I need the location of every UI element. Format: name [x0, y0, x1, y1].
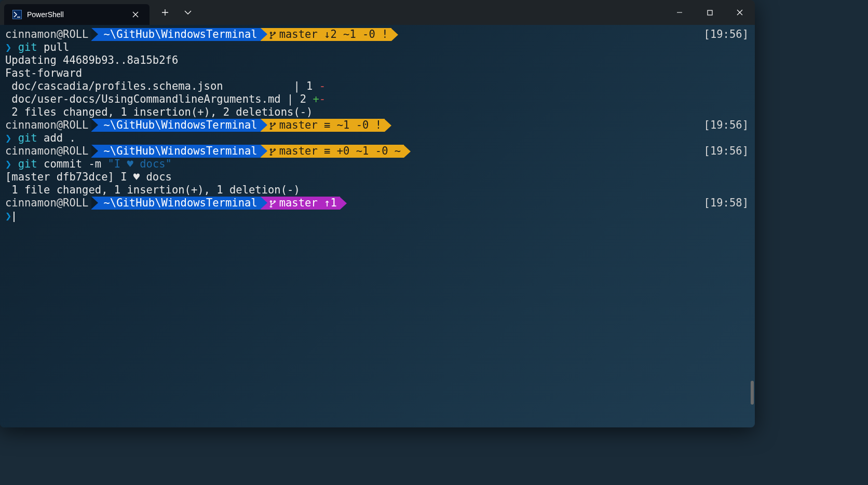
prompt-line: cinnamon@ROLL ~\GitHub\WindowsTerminal m… [5, 145, 750, 158]
powershell-icon [12, 10, 22, 19]
prompt-char: ❯ [5, 210, 11, 223]
cmd-git: git [18, 158, 37, 171]
prompt-line: cinnamon@ROLL ~\GitHub\WindowsTerminal m… [5, 119, 750, 132]
cmd-git: git [18, 132, 37, 145]
prompt-time: [19:56] [704, 28, 750, 41]
svg-rect-0 [708, 10, 712, 15]
git-branch-icon [269, 31, 276, 39]
maximize-button[interactable] [695, 0, 725, 25]
prompt-git-status: master ↑1 [267, 197, 340, 210]
git-branch-icon [269, 121, 276, 130]
output-line: 1 file changed, 1 insertion(+), 1 deleti… [5, 184, 750, 197]
cmd-args: commit -m [37, 158, 108, 171]
git-branch-icon [269, 199, 276, 207]
tab-actions [154, 0, 199, 25]
terminal-content[interactable]: cinnamon@ROLL ~\GitHub\WindowsTerminal m… [0, 25, 755, 427]
command-line: ❯ git pull [5, 41, 750, 54]
output-line: Updating 44689b93..8a15b2f6 [5, 54, 750, 67]
prompt-user: cinnamon@ROLL [5, 28, 91, 41]
tab-dropdown-button[interactable] [177, 0, 199, 25]
git-text: master ↑1 [279, 197, 337, 210]
prompt-char: ❯ [5, 132, 11, 145]
output-line: 2 files changed, 1 insertion(+), 2 delet… [5, 106, 750, 119]
prompt-time: [19:56] [704, 145, 750, 158]
cursor [13, 212, 15, 222]
prompt-git-status: master ≡ +0 ~1 -0 ~ [267, 145, 404, 158]
cmd-git: git [18, 41, 37, 54]
prompt-char: ❯ [5, 41, 11, 54]
prompt-git-status: master ≡ ~1 -0 ! [267, 119, 385, 132]
prompt-path: ~\GitHub\WindowsTerminal [98, 197, 260, 210]
scrollbar-thumb[interactable] [751, 381, 754, 405]
output-line: doc/user-docs/UsingCommandlineArguments.… [5, 93, 750, 106]
close-button[interactable] [725, 0, 755, 25]
git-text: master ≡ +0 ~1 -0 ~ [279, 145, 401, 158]
window-controls [664, 0, 755, 25]
prompt-git-status: master ↓2 ~1 -0 ! [267, 28, 391, 41]
prompt-user: cinnamon@ROLL [5, 119, 91, 132]
command-line: ❯ git add . [5, 132, 750, 145]
output-line: Fast-forward [5, 67, 750, 80]
command-line: ❯ [5, 210, 750, 223]
git-text: master ↓2 ~1 -0 ! [279, 28, 388, 41]
git-text: master ≡ ~1 -0 ! [279, 119, 382, 132]
prompt-line: cinnamon@ROLL ~\GitHub\WindowsTerminal m… [5, 28, 750, 41]
terminal-window: PowerShell ci [0, 0, 755, 427]
prompt-user: cinnamon@ROLL [5, 145, 91, 158]
new-tab-button[interactable] [154, 0, 177, 25]
output-line: doc/cascadia/profiles.schema.json | 1 - [5, 80, 750, 93]
prompt-time: [19:58] [704, 197, 750, 210]
git-branch-icon [269, 147, 276, 156]
cmd-args: add . [37, 132, 76, 145]
command-line: ❯ git commit -m "I ♥ docs" [5, 158, 750, 171]
prompt-user: cinnamon@ROLL [5, 197, 91, 210]
titlebar: PowerShell [0, 0, 755, 25]
tab-close-button[interactable] [130, 9, 141, 20]
prompt-path: ~\GitHub\WindowsTerminal [98, 28, 260, 41]
output-line: [master dfb73dce] I ♥ docs [5, 171, 750, 184]
prompt-path: ~\GitHub\WindowsTerminal [98, 145, 260, 158]
cmd-args: pull [37, 41, 70, 54]
tab-powershell[interactable]: PowerShell [4, 4, 150, 25]
prompt-line: cinnamon@ROLL ~\GitHub\WindowsTerminal m… [5, 197, 750, 210]
tab-title: PowerShell [27, 10, 125, 19]
cmd-string: "I ♥ docs" [107, 158, 171, 171]
prompt-path: ~\GitHub\WindowsTerminal [98, 119, 260, 132]
prompt-time: [19:56] [704, 119, 750, 132]
prompt-char: ❯ [5, 158, 11, 171]
scrollbar[interactable] [751, 25, 754, 427]
minimize-button[interactable] [664, 0, 695, 25]
